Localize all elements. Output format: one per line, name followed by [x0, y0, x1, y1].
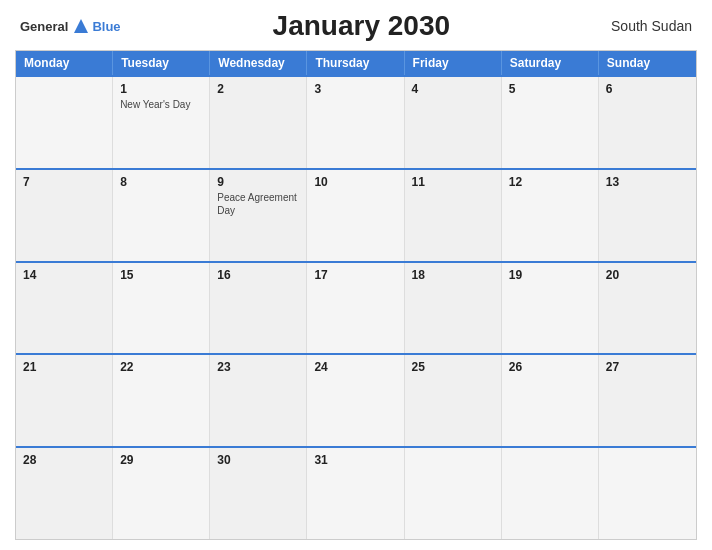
calendar-page: General Blue January 2030 South Sudan Mo… [0, 0, 712, 550]
calendar-day: 19 [502, 263, 599, 354]
day-number: 31 [314, 453, 396, 467]
day-number: 15 [120, 268, 202, 282]
day-number: 12 [509, 175, 591, 189]
day-number: 26 [509, 360, 591, 374]
calendar-day: 14 [16, 263, 113, 354]
page-header: General Blue January 2030 South Sudan [15, 10, 697, 42]
week-row-3: 14151617181920 [16, 261, 696, 354]
calendar-day: 13 [599, 170, 696, 261]
calendar-day: 28 [16, 448, 113, 539]
calendar-day: 25 [405, 355, 502, 446]
calendar-day: 1New Year's Day [113, 77, 210, 168]
day-number: 3 [314, 82, 396, 96]
calendar-day: 4 [405, 77, 502, 168]
calendar-day: 12 [502, 170, 599, 261]
calendar-day [405, 448, 502, 539]
weekday-header: Sunday [599, 51, 696, 75]
calendar-day: 22 [113, 355, 210, 446]
calendar-body: 1New Year's Day23456789Peace Agreement D… [16, 75, 696, 539]
calendar-day: 9Peace Agreement Day [210, 170, 307, 261]
calendar-day: 26 [502, 355, 599, 446]
calendar-day: 8 [113, 170, 210, 261]
country-label: South Sudan [602, 18, 692, 34]
svg-marker-0 [74, 19, 88, 33]
day-number: 16 [217, 268, 299, 282]
week-row-1: 1New Year's Day23456 [16, 75, 696, 168]
calendar-day: 10 [307, 170, 404, 261]
calendar-day: 3 [307, 77, 404, 168]
weekday-header: Monday [16, 51, 113, 75]
day-number: 6 [606, 82, 689, 96]
day-number: 30 [217, 453, 299, 467]
day-number: 19 [509, 268, 591, 282]
day-number: 22 [120, 360, 202, 374]
calendar-day: 5 [502, 77, 599, 168]
calendar-day [16, 77, 113, 168]
calendar-day: 24 [307, 355, 404, 446]
day-number: 2 [217, 82, 299, 96]
calendar: MondayTuesdayWednesdayThursdayFridaySatu… [15, 50, 697, 540]
calendar-day: 29 [113, 448, 210, 539]
week-row-4: 21222324252627 [16, 353, 696, 446]
day-number: 9 [217, 175, 299, 189]
weekday-header: Friday [405, 51, 502, 75]
day-number: 29 [120, 453, 202, 467]
calendar-day [502, 448, 599, 539]
calendar-day: 31 [307, 448, 404, 539]
calendar-day: 7 [16, 170, 113, 261]
weekday-header: Wednesday [210, 51, 307, 75]
day-number: 11 [412, 175, 494, 189]
calendar-day: 11 [405, 170, 502, 261]
weekday-header: Saturday [502, 51, 599, 75]
calendar-day: 17 [307, 263, 404, 354]
weekday-header: Thursday [307, 51, 404, 75]
day-number: 18 [412, 268, 494, 282]
calendar-day: 15 [113, 263, 210, 354]
day-number: 1 [120, 82, 202, 96]
day-number: 21 [23, 360, 105, 374]
calendar-day: 2 [210, 77, 307, 168]
day-number: 13 [606, 175, 689, 189]
calendar-day: 16 [210, 263, 307, 354]
logo-blue: Blue [92, 19, 120, 34]
day-number: 7 [23, 175, 105, 189]
logo-icon [72, 17, 90, 35]
calendar-day: 21 [16, 355, 113, 446]
calendar-day: 27 [599, 355, 696, 446]
day-number: 14 [23, 268, 105, 282]
day-number: 28 [23, 453, 105, 467]
calendar-day: 20 [599, 263, 696, 354]
calendar-day: 23 [210, 355, 307, 446]
week-row-2: 789Peace Agreement Day10111213 [16, 168, 696, 261]
calendar-day [599, 448, 696, 539]
logo-general: General [20, 19, 68, 34]
day-number: 27 [606, 360, 689, 374]
day-number: 5 [509, 82, 591, 96]
day-number: 24 [314, 360, 396, 374]
weekday-header: Tuesday [113, 51, 210, 75]
calendar-day: 30 [210, 448, 307, 539]
day-number: 20 [606, 268, 689, 282]
day-number: 25 [412, 360, 494, 374]
month-title: January 2030 [121, 10, 602, 42]
day-number: 23 [217, 360, 299, 374]
event-label: Peace Agreement Day [217, 191, 299, 217]
logo: General Blue [20, 17, 121, 35]
event-label: New Year's Day [120, 98, 202, 111]
calendar-header: MondayTuesdayWednesdayThursdayFridaySatu… [16, 51, 696, 75]
week-row-5: 28293031 [16, 446, 696, 539]
day-number: 4 [412, 82, 494, 96]
day-number: 8 [120, 175, 202, 189]
day-number: 17 [314, 268, 396, 282]
day-number: 10 [314, 175, 396, 189]
calendar-day: 18 [405, 263, 502, 354]
calendar-day: 6 [599, 77, 696, 168]
